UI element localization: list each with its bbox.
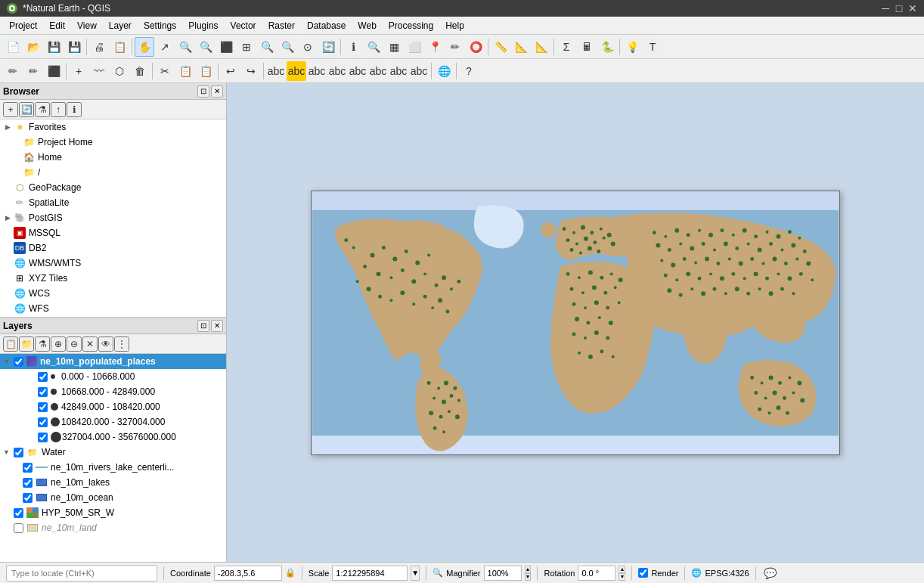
browser-item-root[interactable]: 📁 /	[0, 165, 226, 180]
browser-item-spatialite[interactable]: ✏ SpatiaLite	[0, 195, 226, 210]
calculator-button[interactable]: 🖩	[577, 37, 597, 57]
measure-area-button[interactable]: 📐	[511, 37, 531, 57]
layer-remove-button[interactable]: ✕	[82, 336, 98, 352]
locate-input[interactable]	[6, 565, 157, 581]
browser-item-wcs[interactable]: 🌐 WCS	[0, 286, 226, 301]
rotation-up-button[interactable]: ▲	[619, 566, 625, 573]
legend1-checkbox[interactable]	[38, 372, 48, 382]
rotation-down-button[interactable]: ▼	[619, 573, 625, 581]
measure-button[interactable]: 📏	[491, 37, 510, 57]
undo-button[interactable]: ↩	[221, 61, 240, 81]
text-button[interactable]: T	[643, 37, 662, 57]
scale-input[interactable]	[332, 566, 408, 581]
browser-item-geopackage[interactable]: ⬡ GeoPackage	[0, 180, 226, 195]
browser-collapse-button[interactable]: ↑	[51, 102, 66, 117]
rivers-checkbox[interactable]	[23, 463, 33, 473]
browser-help-button[interactable]: ℹ	[67, 102, 82, 117]
browser-filter-button[interactable]: ⚗	[35, 102, 50, 117]
help-button[interactable]: ?	[459, 61, 479, 81]
layer-add-group-button[interactable]: 📁	[19, 336, 34, 352]
render-checkbox[interactable]	[638, 568, 648, 578]
magnifier-down-button[interactable]: ▼	[525, 573, 532, 581]
coordinate-input[interactable]	[214, 566, 282, 581]
legend3-checkbox[interactable]	[38, 402, 48, 412]
minimize-button[interactable]: ─	[880, 3, 891, 14]
browser-item-home[interactable]: 🏠 Home	[0, 150, 226, 165]
maximize-button[interactable]: □	[894, 3, 904, 14]
legend2-checkbox[interactable]	[38, 387, 48, 397]
select-radius-button[interactable]: ⭕	[466, 37, 485, 57]
label-change-button[interactable]: abc	[389, 61, 408, 81]
redo-button[interactable]: ↪	[241, 61, 261, 81]
layer-land[interactable]: ne_10m_land	[0, 520, 226, 535]
new-project-button[interactable]: 📄	[3, 37, 23, 57]
save-as-button[interactable]: 💾	[64, 37, 84, 57]
close-button[interactable]: ✕	[907, 3, 918, 14]
rotation-input[interactable]	[578, 566, 615, 581]
pan-to-selection-button[interactable]: ↗	[155, 37, 175, 57]
layers-float-button[interactable]: ⊡	[197, 320, 209, 332]
zoom-rubber-button[interactable]: ⬛	[216, 37, 236, 57]
menu-edit[interactable]: Edit	[43, 19, 71, 33]
print-layout-button[interactable]: 🖨	[89, 37, 109, 57]
pan-button[interactable]: ✋	[135, 37, 154, 57]
water-checkbox[interactable]	[14, 448, 23, 457]
delete-button[interactable]: 🗑	[130, 61, 150, 81]
layer-theme-button[interactable]: 👁	[98, 336, 113, 352]
refresh-button[interactable]: 🔄	[318, 37, 338, 57]
populated-checkbox[interactable]	[14, 357, 23, 367]
label-map-button[interactable]: abc	[409, 61, 429, 81]
magnifier-up-button[interactable]: ▲	[525, 566, 532, 573]
select-button[interactable]: ▦	[384, 37, 404, 57]
copy-button[interactable]: 📋	[175, 61, 195, 81]
layer-hyp[interactable]: HYP_50M_SR_W	[0, 505, 226, 520]
scale-dropdown-button[interactable]: ▼	[411, 566, 420, 581]
paste-button[interactable]: 📋	[196, 61, 215, 81]
layer-water-group[interactable]: ▼ 📁 Water	[0, 445, 226, 460]
menu-project[interactable]: Project	[3, 19, 43, 33]
menu-raster[interactable]: Raster	[262, 19, 301, 33]
browser-item-postgis[interactable]: ▶ 🐘 PostGIS	[0, 210, 226, 225]
zoom-out-button[interactable]: 🔍	[196, 37, 215, 57]
browser-item-xyz[interactable]: ⊞ XYZ Tiles	[0, 271, 226, 286]
browser-item-wms[interactable]: 🌐 WMS/WMTS	[0, 256, 226, 271]
land-checkbox[interactable]	[14, 523, 23, 533]
menu-help[interactable]: Help	[439, 19, 470, 33]
legend4-checkbox[interactable]	[38, 417, 48, 427]
menu-settings[interactable]: Settings	[138, 19, 182, 33]
select-location-button[interactable]: 📍	[425, 37, 445, 57]
browser-item-wfs[interactable]: 🌐 WFS	[0, 301, 226, 316]
label-style-button[interactable]: abc	[287, 61, 306, 81]
zoom-full-button[interactable]: ⊞	[237, 37, 256, 57]
browser-refresh-button[interactable]: 🔄	[19, 102, 34, 117]
zoom-selection-button[interactable]: 🔍	[278, 37, 297, 57]
tips-button[interactable]: 💡	[622, 37, 642, 57]
menu-database[interactable]: Database	[301, 19, 352, 33]
python-button[interactable]: 🐍	[597, 37, 617, 57]
layer-filter-button[interactable]: ⚗	[35, 336, 50, 352]
label-button[interactable]: abc	[266, 61, 286, 81]
layer-ocean[interactable]: ne_10m_ocean	[0, 490, 226, 505]
layer-expand-all-button[interactable]: ⊕	[51, 336, 66, 352]
atlas-button[interactable]: 📋	[110, 37, 129, 57]
hyp-checkbox[interactable]	[14, 508, 23, 518]
layer-populated-places[interactable]: ▼ ne_10m_populated_places	[0, 354, 226, 369]
digitize-button[interactable]: ⬛	[44, 61, 64, 81]
browser-item-db2[interactable]: DB DB2	[0, 240, 226, 256]
lakes-checkbox[interactable]	[23, 478, 33, 488]
browser-item-mssql[interactable]: ▣ MSSQL	[0, 225, 226, 240]
measure-angle-button[interactable]: 📐	[532, 37, 551, 57]
identify-button[interactable]: ℹ	[343, 37, 363, 57]
zoom-layer-button[interactable]: 🔍	[257, 37, 277, 57]
layer-open-attribute-button[interactable]: 📋	[3, 336, 18, 352]
menu-plugins[interactable]: Plugins	[182, 19, 224, 33]
browser-item-favorites[interactable]: ▶ ★ Favorites	[0, 119, 226, 135]
menu-processing[interactable]: Processing	[383, 19, 439, 33]
label-rotate-button[interactable]: abc	[368, 61, 388, 81]
edit-pencil-button[interactable]: ✏	[23, 61, 43, 81]
layers-close-button[interactable]: ✕	[211, 320, 223, 332]
layer-collapse-all-button[interactable]: ⊖	[67, 336, 82, 352]
statistics-button[interactable]: Σ	[557, 37, 576, 57]
layer-options-button[interactable]: ⋮	[114, 336, 129, 352]
zoom-in-button[interactable]: 🔍	[175, 37, 195, 57]
